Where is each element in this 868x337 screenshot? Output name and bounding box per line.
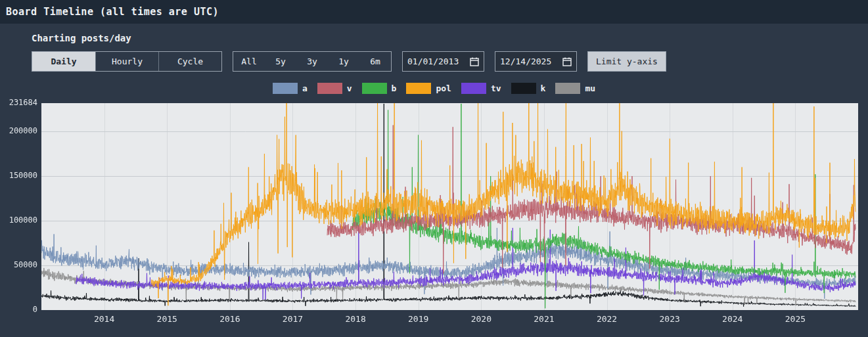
legend-swatch-b xyxy=(362,83,387,94)
legend-item-a[interactable]: a xyxy=(273,83,308,94)
legend-item-v[interactable]: v xyxy=(317,83,352,94)
range-6m-button[interactable]: 6m xyxy=(359,52,391,71)
main-content: Charting posts/day Daily Hourly Cycle Al… xyxy=(0,33,868,328)
range-3y-button[interactable]: 3y xyxy=(296,52,328,71)
range-button-group: All 5y 3y 1y 6m xyxy=(233,51,392,72)
hourly-button[interactable]: Hourly xyxy=(95,52,158,71)
legend-label-a: a xyxy=(302,83,308,93)
legend-label-mu: mu xyxy=(585,83,595,93)
range-1y-button[interactable]: 1y xyxy=(328,52,359,71)
title-bar: Board Timeline (all times are UTC) xyxy=(0,0,868,24)
calendar-icon[interactable] xyxy=(562,57,572,66)
legend-item-tv[interactable]: tv xyxy=(461,83,501,94)
daily-button[interactable]: Daily xyxy=(32,52,95,71)
date-to-input[interactable]: 12/14/2025 xyxy=(495,51,577,72)
legend-item-b[interactable]: b xyxy=(362,83,397,94)
legend-swatch-v xyxy=(317,83,342,94)
legend-item-pol[interactable]: pol xyxy=(406,83,451,94)
legend-label-b: b xyxy=(392,83,397,93)
legend-swatch-tv xyxy=(461,83,486,94)
mode-button-group: Daily Hourly Cycle xyxy=(32,51,222,72)
legend-swatch-k xyxy=(511,83,536,94)
legend-label-pol: pol xyxy=(436,83,451,93)
controls-row: Daily Hourly Cycle All 5y 3y 1y 6m 01/01… xyxy=(32,51,863,72)
timeline-chart-canvas[interactable] xyxy=(5,98,861,328)
timeline-chart xyxy=(5,98,863,328)
chart-heading: Charting posts/day xyxy=(32,33,863,43)
legend-swatch-pol xyxy=(406,83,431,94)
cycle-button[interactable]: Cycle xyxy=(158,52,221,71)
limit-y-axis-button[interactable]: Limit y-axis xyxy=(587,51,666,72)
legend-item-k[interactable]: k xyxy=(511,83,546,94)
legend-label-v: v xyxy=(347,83,352,93)
date-from-input[interactable]: 01/01/2013 xyxy=(402,51,484,72)
legend-label-k: k xyxy=(541,83,546,93)
date-from-value: 01/01/2013 xyxy=(407,56,459,66)
page-title: Board Timeline (all times are UTC) xyxy=(6,6,219,18)
range-all-button[interactable]: All xyxy=(233,52,265,71)
calendar-icon[interactable] xyxy=(470,57,479,66)
legend-swatch-a xyxy=(273,83,298,94)
legend-swatch-mu xyxy=(555,83,580,94)
date-to-value: 12/14/2025 xyxy=(500,56,551,66)
legend-label-tv: tv xyxy=(491,83,501,93)
legend-item-mu[interactable]: mu xyxy=(555,83,595,94)
chart-legend: a v b pol tv k mu xyxy=(5,83,863,94)
range-5y-button[interactable]: 5y xyxy=(265,52,296,71)
